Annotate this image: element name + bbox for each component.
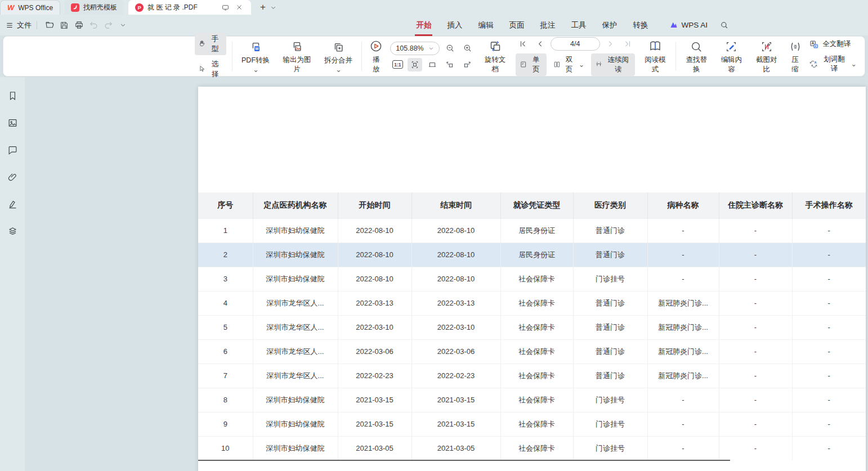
- menu-search-icon[interactable]: [720, 21, 728, 29]
- find-replace-button[interactable]: 查找替换: [682, 39, 711, 74]
- table-cell: 深圳市妇幼保健院: [253, 412, 338, 436]
- undo-icon[interactable]: [86, 18, 101, 33]
- zoom-out-button[interactable]: [442, 42, 457, 55]
- fit-width-icon: [410, 60, 419, 69]
- read-mode-button[interactable]: 阅读模式: [641, 39, 670, 74]
- pdf-file-icon: P: [135, 3, 144, 12]
- find-replace-icon: [690, 39, 703, 53]
- table-cell: 普通门诊: [573, 364, 647, 388]
- print-icon[interactable]: [71, 18, 86, 33]
- table-cell: 门诊挂号: [573, 436, 647, 460]
- left-side-rail: [0, 77, 25, 471]
- table-cell: 深圳市妇幼保健院: [253, 436, 338, 460]
- zoom-level-select[interactable]: 105.88%: [390, 42, 440, 55]
- column-header: 定点医药机构名称: [253, 192, 338, 218]
- word-translate-button[interactable]: xA 划词翻译⌄: [809, 55, 857, 74]
- table-cell: 2022-03-10: [338, 315, 411, 339]
- more-actions-chevron-icon[interactable]: [115, 18, 130, 33]
- table-cell: 6: [198, 339, 253, 364]
- pdf-convert-button[interactable]: W PDF转换⌄: [238, 39, 274, 74]
- tab-document-active[interactable]: P 就 医 记 录 .PDF: [128, 0, 251, 15]
- rotate-right-button[interactable]: [460, 58, 475, 71]
- comment-icon[interactable]: [5, 142, 20, 157]
- menu-tab-protect[interactable]: 保护: [594, 17, 625, 34]
- word-translate-label: 划词翻译: [821, 55, 847, 74]
- table-cell: -: [719, 267, 792, 291]
- attachment-icon[interactable]: [5, 169, 20, 184]
- table-cell: 2022-03-10: [411, 315, 500, 339]
- menu-tab-comment[interactable]: 批注: [532, 17, 563, 34]
- menu-tab-edit[interactable]: 编辑: [470, 17, 501, 34]
- pdf-convert-label: PDF转换: [241, 56, 270, 64]
- table-cell: -: [719, 218, 792, 243]
- divider: [232, 42, 232, 71]
- table-cell: -: [719, 291, 792, 315]
- cursor-icon: [198, 65, 205, 73]
- table-cell: 社会保障卡: [500, 412, 573, 436]
- redo-icon[interactable]: [101, 18, 115, 33]
- table-cell: -: [792, 218, 866, 243]
- zoom-in-button[interactable]: [460, 42, 475, 55]
- previous-page-button[interactable]: [533, 37, 548, 51]
- full-translate-label: 全文翻译: [822, 39, 851, 49]
- hand-tool-label: 手型: [208, 34, 221, 54]
- tab-list-chevron-icon[interactable]: [270, 0, 281, 15]
- actual-size-button[interactable]: 1:1: [390, 58, 405, 71]
- hamburger-icon: [6, 21, 14, 29]
- file-menu-button[interactable]: 文件: [6, 20, 32, 30]
- continuous-reading-button[interactable]: 连续阅读: [591, 53, 634, 76]
- open-file-icon[interactable]: [42, 18, 57, 33]
- double-page-view-button[interactable]: 双页⌄: [549, 53, 589, 76]
- double-page-label: 双页: [563, 55, 575, 74]
- layers-icon[interactable]: [5, 223, 20, 238]
- continuous-reading-icon: [595, 60, 603, 69]
- present-on-monitor-icon[interactable]: [220, 2, 230, 12]
- rotate-document-button[interactable]: 旋转文档: [480, 39, 509, 74]
- menu-tab-convert[interactable]: 转换: [625, 17, 656, 34]
- table-cell: 2022-02-23: [411, 364, 500, 388]
- new-tab-button[interactable]: +: [256, 0, 270, 15]
- fit-page-button[interactable]: [425, 58, 440, 71]
- divider: [361, 42, 362, 71]
- save-icon[interactable]: [57, 18, 71, 33]
- document-canvas[interactable]: 序号定点医药机构名称开始时间结束时间就诊凭证类型医疗类别病种名称住院主诊断名称手…: [25, 77, 868, 471]
- table-cell: -: [647, 243, 719, 267]
- table-cell: 2021-03-15: [411, 412, 500, 436]
- compress-button[interactable]: 压缩: [787, 39, 803, 74]
- edit-content-button[interactable]: 编辑内容: [717, 39, 746, 74]
- hand-tool-button[interactable]: 手型: [195, 33, 226, 55]
- table-cell: 门诊挂号: [573, 412, 647, 436]
- bookmark-icon[interactable]: [5, 88, 20, 103]
- table-cell: -: [792, 339, 866, 364]
- single-page-label: 单页: [530, 55, 542, 74]
- full-text-translate-button[interactable]: A 全文翻译: [809, 39, 857, 50]
- next-page-button[interactable]: [603, 37, 618, 51]
- column-header: 序号: [198, 192, 253, 218]
- wps-ai-label: WPS AI: [681, 21, 708, 29]
- tab-wps-office[interactable]: W WPS Office: [0, 0, 60, 15]
- table-cell: -: [792, 364, 866, 388]
- screenshot-compare-button[interactable]: 截图对比: [752, 39, 781, 74]
- close-tab-icon[interactable]: [234, 2, 244, 12]
- wps-ai-button[interactable]: WPS AI: [664, 17, 713, 33]
- menu-tab-page[interactable]: 页面: [501, 17, 532, 34]
- export-as-image-button[interactable]: 输出为图片: [279, 39, 315, 74]
- menu-tab-insert[interactable]: 插入: [439, 17, 470, 34]
- table-cell: 普通门诊: [573, 291, 647, 315]
- split-merge-button[interactable]: 拆分合并⌄: [320, 39, 356, 74]
- last-page-button[interactable]: [620, 37, 635, 51]
- menu-tab-tools[interactable]: 工具: [563, 17, 594, 34]
- first-page-button[interactable]: [516, 37, 530, 51]
- single-page-view-button[interactable]: 单页: [516, 53, 547, 76]
- menu-tab-home[interactable]: 开始: [408, 17, 439, 34]
- table-cell: 2021-03-15: [338, 388, 411, 412]
- column-header: 开始时间: [338, 192, 411, 218]
- rotate-left-button[interactable]: [442, 58, 457, 71]
- fit-width-button[interactable]: [408, 58, 422, 71]
- play-button[interactable]: 播放: [368, 39, 384, 74]
- page-number-input[interactable]: 4/4: [551, 37, 600, 51]
- translate-group: A 全文翻译 xA 划词翻译⌄: [809, 39, 857, 74]
- thumbnail-icon[interactable]: [5, 115, 20, 130]
- signature-icon[interactable]: [5, 196, 20, 211]
- tab-docer-templates[interactable]: 找稻壳模板: [64, 0, 124, 15]
